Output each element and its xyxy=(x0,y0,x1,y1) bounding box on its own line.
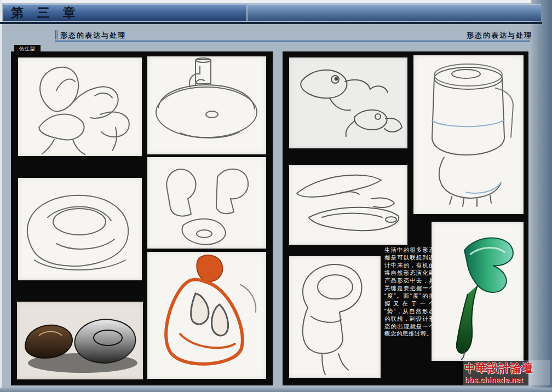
orange-chair-sketch-drawing xyxy=(147,252,266,379)
sketch-green-plant-product xyxy=(432,222,524,361)
sketch-organic-form-study xyxy=(18,178,142,280)
section-underline xyxy=(55,41,530,42)
streamline-forms-drawing xyxy=(289,165,407,245)
sketch-streamline-form-studies xyxy=(289,165,407,245)
section-title-marker-thin xyxy=(58,30,58,39)
juicer-sketch-drawing xyxy=(147,56,266,154)
mouse-renderings-drawing xyxy=(17,302,143,379)
section-title-right: 形态的表达与处理 xyxy=(467,31,532,41)
sketch-panel-left xyxy=(11,51,273,385)
goldfish-sketch-drawing xyxy=(289,57,407,148)
sketch-orange-chair-concept xyxy=(147,252,266,379)
chapter-title: 第 三 章 xyxy=(3,5,246,21)
section-title-marker xyxy=(55,30,56,39)
sketch-container-product-render xyxy=(413,55,524,214)
sketch-chair-form-studies xyxy=(147,157,266,249)
watermark-forum-url: bbs.chinade.net xyxy=(464,376,549,384)
page-left-edge xyxy=(0,0,2,392)
organic-form-sketch-drawing xyxy=(18,178,142,280)
sketch-chair-form xyxy=(289,256,381,378)
container-product-drawing xyxy=(413,55,524,214)
sketch-juicer-concept xyxy=(147,56,266,154)
page-top-edge xyxy=(0,0,552,3)
chapter-underline xyxy=(0,22,542,24)
watermark-forum-name: 中華設計論壇 xyxy=(464,361,549,376)
forum-watermark: 中華設計論壇 bbs.chinade.net xyxy=(463,360,550,385)
sketch-panel-right: 生活中的很多形态都是可以联想到设计中来的，有机的将自然形态演化到产品形态中去，其… xyxy=(283,51,528,385)
sketch-calla-lily-flowers xyxy=(18,57,142,156)
chair-studies-sketch-drawing xyxy=(147,157,266,249)
page-bottom-edge xyxy=(0,388,552,392)
chapter-bar-decoration xyxy=(248,4,541,21)
chair-form-drawing xyxy=(289,256,381,378)
green-plant-product-drawing xyxy=(432,222,524,361)
sketch-mouse-renderings xyxy=(17,302,143,379)
book-page: { "header": { "chapter_title": "第 三 章", … xyxy=(0,0,552,392)
chapter-title-bar: 第 三 章 xyxy=(3,4,246,21)
section-title-left: 形态的表达与处理 xyxy=(60,31,126,41)
page-right-band xyxy=(531,0,552,392)
annotation-text: 生活中的很多形态都是可以联想到设计中来的，有机的将自然形态演化到产品形态中去，其… xyxy=(384,246,435,377)
calla-lily-sketch-drawing xyxy=(18,57,142,156)
sketch-goldfish-studies xyxy=(289,57,407,148)
